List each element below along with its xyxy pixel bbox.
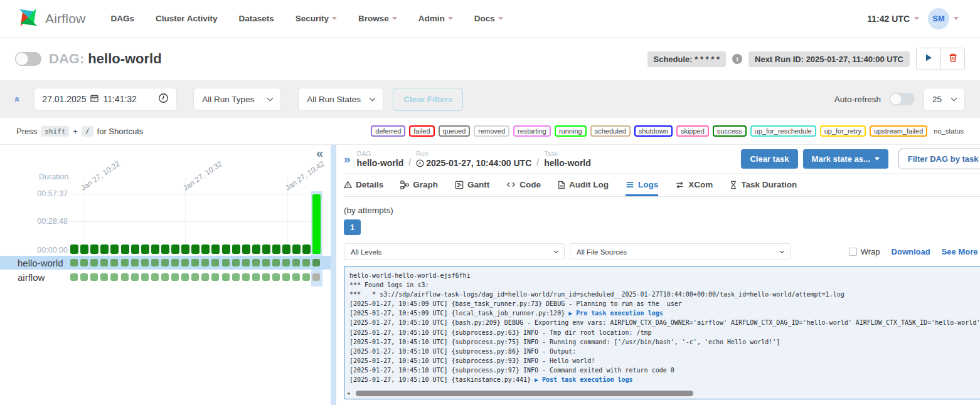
task-instance-square[interactable] (302, 273, 310, 281)
task-instance-square[interactable] (181, 259, 189, 266)
task-instance-square[interactable] (211, 259, 219, 266)
tab-logs[interactable]: Logs (626, 174, 658, 196)
task-instance-square[interactable] (80, 273, 88, 281)
dag-run-bar[interactable] (191, 245, 200, 254)
dag-run-bar[interactable] (110, 245, 119, 254)
dag-run-bar[interactable] (201, 245, 210, 254)
task-instance-square[interactable] (302, 259, 310, 266)
scroll-left-icon[interactable]: ◂ (344, 391, 352, 396)
nav-item-datasets[interactable]: Datasets (238, 14, 274, 23)
dag-run-bar[interactable] (232, 245, 240, 254)
task-instance-square[interactable] (70, 273, 78, 281)
log-output[interactable]: hello-world-hello-world-ejsf6fhi*** Foun… (344, 266, 980, 399)
task-instance-square[interactable] (262, 259, 270, 266)
task-instance-square[interactable] (161, 259, 169, 266)
dag-run-bar[interactable] (70, 245, 78, 254)
page-size-select[interactable]: 25 (924, 88, 965, 111)
task-instance-square[interactable] (252, 259, 260, 266)
task-instance-square[interactable] (191, 259, 199, 266)
task-instance-square[interactable] (312, 259, 320, 266)
task-instance-square[interactable] (232, 273, 240, 281)
task-instance-square[interactable] (201, 259, 209, 266)
trigger-dag-button[interactable] (917, 48, 940, 70)
task-instance-square[interactable] (110, 273, 118, 281)
collapse-filters-icon[interactable]: « (13, 97, 23, 102)
utc-clock[interactable]: 11:42 UTC (867, 14, 919, 24)
task-instance-square[interactable] (70, 259, 78, 266)
base-date-input[interactable]: 27.01.2025 11:41:32 (34, 88, 177, 111)
task-instance-square[interactable] (282, 259, 290, 266)
task-instance-square[interactable] (312, 273, 320, 281)
task-instance-square[interactable] (292, 273, 300, 281)
scrollbar-thumb[interactable] (356, 391, 693, 396)
log-group-toggle[interactable]: ▶ Post task execution logs (535, 376, 633, 383)
run-states-select[interactable]: All Run States (298, 88, 383, 111)
log-horizontal-scrollbar[interactable]: ◂ ▸ (344, 389, 980, 397)
dag-run-bar[interactable] (90, 245, 99, 254)
expand-panel-icon[interactable]: » (344, 152, 351, 166)
task-instance-square[interactable] (201, 273, 209, 281)
tab-code[interactable]: Code (506, 174, 541, 196)
task-instance-square[interactable] (222, 259, 230, 266)
task-instance-square[interactable] (90, 273, 98, 281)
nav-item-docs[interactable]: Docs (474, 14, 503, 23)
dag-run-bar[interactable] (121, 245, 129, 254)
auto-refresh-toggle[interactable] (890, 93, 915, 105)
task-instance-square[interactable] (131, 273, 139, 281)
nav-item-browse[interactable]: Browse (358, 14, 397, 23)
breadcrumb-run[interactable]: Run 2025-01-27, 10:44:00 UTC (416, 150, 531, 168)
info-icon[interactable]: i (732, 54, 742, 64)
task-instance-square[interactable] (141, 273, 149, 281)
task-instance-square[interactable] (151, 273, 159, 281)
user-menu[interactable]: SM (928, 8, 959, 29)
task-instance-square[interactable] (80, 259, 88, 266)
dag-run-bar[interactable] (252, 245, 260, 254)
tab-xcom[interactable]: XCom (675, 174, 713, 196)
task-instance-square[interactable] (121, 273, 129, 281)
dag-run-bar[interactable] (242, 245, 250, 254)
task-instance-square[interactable] (110, 259, 118, 266)
dag-run-bar[interactable] (151, 245, 159, 254)
tab-gantt[interactable]: Gantt (455, 174, 489, 196)
dag-run-bar[interactable] (292, 245, 301, 254)
task-instance-square[interactable] (242, 273, 250, 281)
nav-item-cluster-activity[interactable]: Cluster Activity (156, 14, 218, 23)
tab-details[interactable]: Details (344, 174, 383, 196)
dag-pause-toggle[interactable] (15, 52, 41, 66)
nav-item-admin[interactable]: Admin (418, 14, 453, 23)
tab-audit-log[interactable]: Audit Log (558, 174, 609, 196)
task-instance-square[interactable] (161, 273, 169, 281)
delete-dag-button[interactable] (940, 48, 964, 70)
task-instance-square[interactable] (282, 273, 290, 281)
task-instance-square[interactable] (191, 273, 199, 281)
airflow-brand[interactable]: Airflow (16, 6, 85, 32)
task-instance-square[interactable] (171, 259, 179, 266)
dag-run-bar[interactable] (302, 245, 311, 254)
breadcrumb-dag[interactable]: DAG hello-world (357, 150, 404, 168)
dag-run-bar[interactable] (100, 245, 109, 254)
tab-task-duration[interactable]: Task Duration (730, 174, 797, 196)
wrap-checkbox[interactable]: Wrap (849, 247, 880, 256)
filter-dag-by-task-button[interactable]: Filter DAG by task (898, 149, 980, 169)
task-instance-square[interactable] (141, 259, 149, 266)
log-group-toggle[interactable]: ▶ Pre task execution logs (568, 310, 663, 317)
dag-run-bar[interactable] (80, 245, 88, 254)
dag-run-bar[interactable] (222, 245, 230, 254)
task-instance-square[interactable] (121, 259, 129, 266)
clear-task-button[interactable]: Clear task (741, 149, 797, 169)
task-instance-square[interactable] (181, 273, 189, 281)
dag-run-bar[interactable] (161, 245, 169, 254)
task-instance-square[interactable] (90, 259, 98, 266)
task-instance-square[interactable] (232, 259, 240, 266)
dag-run-bar[interactable] (131, 245, 139, 254)
task-instance-square[interactable] (252, 273, 260, 281)
task-instance-square[interactable] (242, 259, 250, 266)
dag-run-bar[interactable] (262, 245, 270, 254)
nav-item-security[interactable]: Security (296, 14, 337, 23)
dag-run-bar[interactable] (181, 245, 189, 254)
task-instance-square[interactable] (100, 259, 108, 266)
task-instance-square[interactable] (272, 259, 280, 266)
task-instance-square[interactable] (262, 273, 270, 281)
mark-state-button[interactable]: Mark state as... (803, 149, 888, 169)
nav-item-dags[interactable]: DAGs (110, 14, 134, 23)
